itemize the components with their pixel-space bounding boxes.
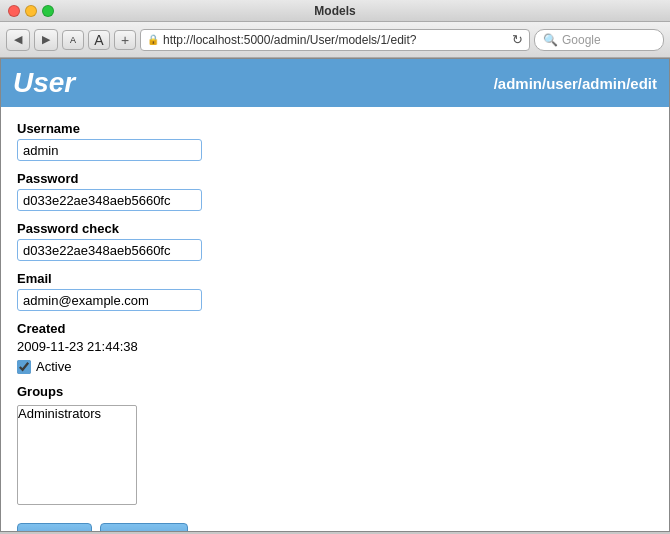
- font-small-button[interactable]: A: [62, 30, 84, 50]
- username-label: Username: [17, 121, 653, 136]
- form-body: Username Password Password check Email C…: [1, 107, 669, 532]
- title-bar: Models: [0, 0, 670, 22]
- active-checkbox[interactable]: [17, 360, 31, 374]
- back-button[interactable]: ◀: [6, 29, 30, 51]
- password-check-input[interactable]: [17, 239, 202, 261]
- password-label: Password: [17, 171, 653, 186]
- cancel-button[interactable]: ⊘ Cancel: [100, 523, 188, 532]
- save-button[interactable]: ✓ Save: [17, 523, 92, 532]
- groups-select[interactable]: Administrators: [17, 405, 137, 505]
- email-input[interactable]: [17, 289, 202, 311]
- font-large-button[interactable]: A: [88, 30, 110, 50]
- search-placeholder: Google: [562, 33, 601, 47]
- button-row: ✓ Save ⊘ Cancel: [17, 523, 653, 532]
- minimize-button[interactable]: [25, 5, 37, 17]
- breadcrumb: /admin/user/admin/edit: [494, 75, 657, 92]
- active-row: Active: [17, 359, 653, 374]
- close-button[interactable]: [8, 5, 20, 17]
- url-bar[interactable]: 🔒 http://localhost:5000/admin/User/model…: [140, 29, 530, 51]
- search-bar[interactable]: 🔍 Google: [534, 29, 664, 51]
- password-input[interactable]: [17, 189, 202, 211]
- active-label: Active: [36, 359, 71, 374]
- save-checkmark-icon: ✓: [32, 528, 43, 532]
- created-value: 2009-11-23 21:44:38: [17, 339, 653, 354]
- cancel-label: Cancel: [130, 528, 173, 532]
- email-label: Email: [17, 271, 653, 286]
- add-tab-button[interactable]: +: [114, 30, 136, 50]
- window-title: Models: [314, 4, 355, 18]
- toolbar: ◀ ▶ A A + 🔒 http://localhost:5000/admin/…: [0, 22, 670, 58]
- maximize-button[interactable]: [42, 5, 54, 17]
- search-icon: 🔍: [543, 33, 558, 47]
- username-input[interactable]: [17, 139, 202, 161]
- url-icon: 🔒: [147, 34, 159, 45]
- page-header: User /admin/user/admin/edit: [1, 59, 669, 107]
- forward-button[interactable]: ▶: [34, 29, 58, 51]
- reload-button[interactable]: ↻: [512, 32, 523, 47]
- password-check-label: Password check: [17, 221, 653, 236]
- url-text: http://localhost:5000/admin/User/models/…: [163, 33, 508, 47]
- traffic-lights: [8, 5, 54, 17]
- groups-label: Groups: [17, 384, 653, 399]
- page-title: User: [13, 67, 75, 99]
- main-window: User /admin/user/admin/edit Username Pas…: [0, 58, 670, 532]
- created-label: Created: [17, 321, 653, 336]
- cancel-icon: ⊘: [115, 528, 126, 532]
- save-label: Save: [47, 528, 77, 532]
